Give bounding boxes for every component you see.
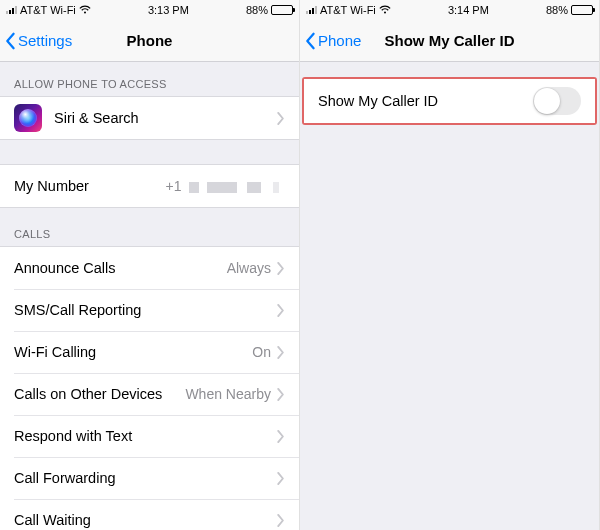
group-caller-id: Show My Caller ID <box>304 79 595 123</box>
chevron-left-icon <box>4 32 16 50</box>
status-right: 88% <box>546 4 593 16</box>
row-call-forwarding[interactable]: Call Forwarding <box>0 457 299 499</box>
status-left: AT&T Wi-Fi <box>6 4 91 16</box>
chevron-right-icon <box>277 430 285 443</box>
chevron-right-icon <box>277 388 285 401</box>
status-left: AT&T Wi-Fi <box>306 4 391 16</box>
nav-back-button[interactable]: Phone <box>300 32 361 50</box>
chevron-right-icon <box>277 472 285 485</box>
group-calls: Announce Calls Always SMS/Call Reporting… <box>0 246 299 530</box>
spacer <box>0 140 299 164</box>
status-bar: AT&T Wi-Fi 3:13 PM 88% <box>0 0 299 20</box>
nav-back-label: Phone <box>318 32 361 49</box>
row-label: Call Waiting <box>14 512 277 528</box>
battery-pct-label: 88% <box>246 4 268 16</box>
row-respond-with-text[interactable]: Respond with Text <box>0 415 299 457</box>
siri-label: Siri & Search <box>54 110 277 126</box>
nav-back-label: Settings <box>18 32 72 49</box>
group-my-number: My Number +1 <box>0 164 299 208</box>
caller-id-toggle[interactable] <box>533 87 581 115</box>
row-siri-search[interactable]: Siri & Search <box>0 97 299 139</box>
chevron-left-icon <box>304 32 316 50</box>
chevron-right-icon <box>277 514 285 527</box>
toggle-label: Show My Caller ID <box>318 93 533 109</box>
status-time: 3:13 PM <box>91 4 246 16</box>
highlight-caller-id-toggle: Show My Caller ID <box>302 77 597 125</box>
row-label: Call Forwarding <box>14 470 277 486</box>
battery-icon <box>271 5 293 15</box>
row-value: On <box>252 344 271 360</box>
spacer <box>300 62 599 78</box>
section-header-calls: CALLS <box>0 208 299 246</box>
chevron-right-icon <box>277 346 285 359</box>
row-label: Announce Calls <box>14 260 227 276</box>
row-label: Respond with Text <box>14 428 277 444</box>
nav-back-button[interactable]: Settings <box>0 32 72 50</box>
group-access: Siri & Search <box>0 96 299 140</box>
my-number-prefix: +1 <box>165 178 181 194</box>
status-bar: AT&T Wi-Fi 3:14 PM 88% <box>300 0 599 20</box>
chevron-right-icon <box>277 304 285 317</box>
row-sms-call-reporting[interactable]: SMS/Call Reporting <box>0 289 299 331</box>
wifi-icon <box>79 4 91 16</box>
wifi-icon <box>379 4 391 16</box>
carrier-label: AT&T Wi-Fi <box>320 4 376 16</box>
row-label: Wi-Fi Calling <box>14 344 252 360</box>
section-header-allow-access: ALLOW PHONE TO ACCESS <box>0 62 299 96</box>
screen-left-phone-settings: AT&T Wi-Fi 3:13 PM 88% Settings Phone AL… <box>0 0 300 530</box>
chevron-right-icon <box>277 262 285 275</box>
siri-icon <box>14 104 42 132</box>
row-announce-calls[interactable]: Announce Calls Always <box>0 247 299 289</box>
row-calls-other-devices[interactable]: Calls on Other Devices When Nearby <box>0 373 299 415</box>
chevron-right-icon <box>277 112 285 125</box>
row-call-waiting[interactable]: Call Waiting <box>0 499 299 530</box>
row-wifi-calling[interactable]: Wi-Fi Calling On <box>0 331 299 373</box>
row-value: When Nearby <box>185 386 271 402</box>
row-label: SMS/Call Reporting <box>14 302 277 318</box>
my-number-label: My Number <box>14 178 165 194</box>
my-number-value: +1 <box>165 178 279 194</box>
row-label: Calls on Other Devices <box>14 386 185 402</box>
row-show-my-caller-id-toggle: Show My Caller ID <box>304 79 595 123</box>
status-time: 3:14 PM <box>391 4 546 16</box>
signal-icon <box>306 6 317 14</box>
screen-right-show-caller-id: AT&T Wi-Fi 3:14 PM 88% Phone Show My Cal… <box>300 0 600 530</box>
nav-bar: Phone Show My Caller ID <box>300 20 599 62</box>
battery-icon <box>571 5 593 15</box>
carrier-label: AT&T Wi-Fi <box>20 4 76 16</box>
battery-pct-label: 88% <box>546 4 568 16</box>
status-right: 88% <box>246 4 293 16</box>
nav-bar: Settings Phone <box>0 20 299 62</box>
row-my-number[interactable]: My Number +1 <box>0 165 299 207</box>
row-value: Always <box>227 260 271 276</box>
signal-icon <box>6 6 17 14</box>
